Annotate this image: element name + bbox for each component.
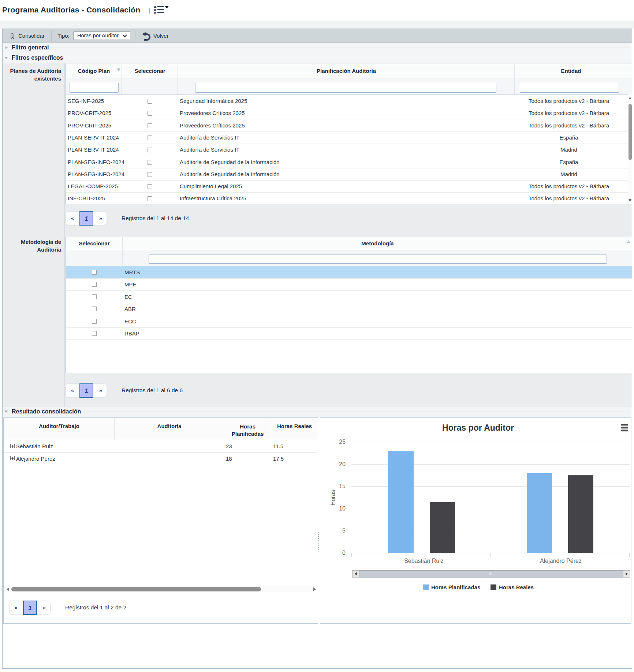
svg-text:15: 15: [339, 483, 346, 489]
svg-text:0: 0: [342, 550, 346, 556]
svg-text:10: 10: [339, 505, 346, 512]
svg-text:Horas Planificadas: Horas Planificadas: [431, 584, 480, 590]
svg-text:Horas por Auditor: Horas por Auditor: [442, 423, 514, 432]
svg-text:Sebastián Ruiz: Sebastián Ruiz: [404, 558, 444, 564]
svg-text:25: 25: [339, 439, 346, 445]
svg-text:Horas: Horas: [330, 490, 336, 506]
svg-text:20: 20: [339, 461, 346, 467]
svg-text:Alejandro Pérez: Alejandro Pérez: [540, 558, 582, 564]
svg-text:5: 5: [342, 527, 346, 534]
svg-text:Horas Reales: Horas Reales: [499, 584, 534, 590]
